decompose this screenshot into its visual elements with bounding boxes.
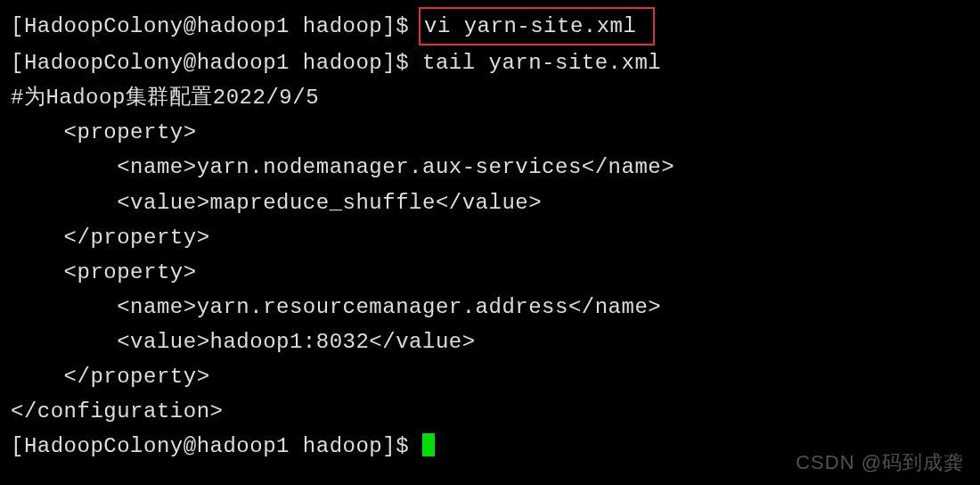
output-line: </property> [11, 359, 969, 394]
output-line: <property> [11, 115, 969, 150]
shell-prompt: [HadoopColony@hadoop1 hadoop]$ [11, 14, 422, 38]
output-line: <value>hadoop1:8032</value> [11, 325, 969, 359]
shell-prompt: [HadoopColony@hadoop1 hadoop]$ [11, 51, 422, 75]
terminal-line-cmd-1: [HadoopColony@hadoop1 hadoop]$ vi yarn-s… [11, 7, 969, 45]
output-line: </property> [11, 220, 969, 255]
highlighted-command: vi yarn-site.xml [419, 7, 655, 45]
output-line: <property> [11, 255, 969, 290]
output-line: </configuration> [11, 394, 969, 429]
output-line: <name>yarn.nodemanager.aux-services</nam… [11, 150, 969, 185]
output-line: <value>mapreduce_shuffle</value> [11, 185, 969, 220]
command-text: tail yarn-site.xml [422, 51, 661, 75]
shell-prompt: [HadoopColony@hadoop1 hadoop]$ [11, 434, 422, 458]
output-line: <name>yarn.resourcemanager.address</name… [11, 290, 969, 325]
watermark-text: CSDN @码到成龚 [796, 449, 964, 476]
cursor-icon [422, 433, 435, 456]
terminal-line-cmd-2: [HadoopColony@hadoop1 hadoop]$ tail yarn… [11, 45, 969, 80]
output-line: #为Hadoop集群配置2022/9/5 [11, 80, 969, 115]
